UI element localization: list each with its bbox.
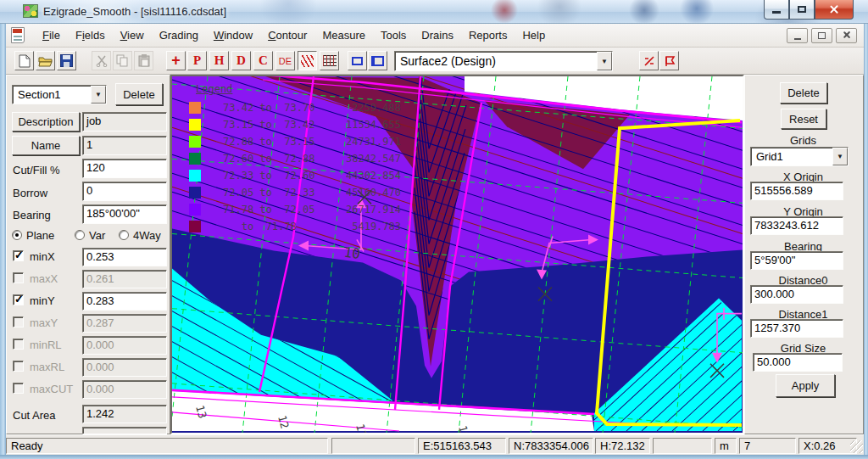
heights-button[interactable]: H: [209, 51, 229, 70]
open-file-button[interactable]: [36, 51, 55, 70]
close-icon: [829, 4, 839, 14]
design-button[interactable]: D: [231, 51, 251, 70]
hatch-toggle-button[interactable]: [298, 51, 317, 70]
copy-button[interactable]: [113, 51, 132, 70]
grid-panel: Delete Reset Grids Grid1 ▼ X Origin 5155…: [744, 75, 864, 434]
var-radio[interactable]: [75, 230, 85, 240]
c-letter-icon: C: [259, 53, 268, 68]
grid-size-field[interactable]: 50.000: [753, 353, 843, 372]
distance0-field[interactable]: 300.000: [750, 285, 843, 304]
save-floppy-icon: [60, 54, 73, 67]
miny-label: minY: [30, 294, 55, 307]
cutfill-field[interactable]: 120: [82, 159, 167, 178]
flag-icon: [664, 55, 676, 67]
menu-file[interactable]: File: [35, 25, 68, 45]
plane-radio[interactable]: [12, 230, 22, 240]
mdi-close-button[interactable]: [836, 28, 857, 43]
slope-tool-button[interactable]: [639, 51, 659, 70]
maxx-checkbox[interactable]: [13, 272, 24, 283]
open-folder-icon: [38, 55, 53, 67]
surface-dropdown-arrow[interactable]: ▼: [597, 52, 612, 70]
status-bar: Ready E:515163.543 N:7833354.006 H:72.13…: [6, 434, 864, 455]
save-button[interactable]: [57, 51, 76, 70]
grid-dropdown-arrow[interactable]: ▼: [832, 148, 848, 165]
de-letters-icon: DE: [279, 56, 292, 66]
apply-button[interactable]: Apply: [776, 374, 835, 397]
section-delete-button[interactable]: Delete: [115, 83, 163, 105]
miny-checkbox[interactable]: [13, 294, 24, 305]
mdi-minimize-button[interactable]: [787, 28, 808, 43]
cut-area-label: Cut Area: [13, 409, 56, 422]
minimize-button[interactable]: [764, 0, 789, 20]
window-border-bottom: [0, 455, 868, 459]
status-units: m: [715, 438, 737, 454]
mdi-close-icon: [842, 31, 852, 41]
close-button[interactable]: [815, 0, 854, 20]
distance1-field[interactable]: 1257.370: [750, 319, 843, 338]
maxy-checkbox[interactable]: [13, 316, 24, 327]
add-point-button[interactable]: +: [166, 51, 186, 70]
borrow-label: Borrow: [13, 187, 47, 199]
paste-clipboard-icon: [138, 54, 150, 67]
d-letter-icon: D: [236, 53, 246, 68]
blue-rect-icon: [352, 57, 363, 65]
zoom-window-button[interactable]: [348, 51, 367, 70]
menu-tools[interactable]: Tools: [373, 25, 414, 45]
menu-grading[interactable]: Grading: [152, 25, 206, 45]
de-button[interactable]: DE: [275, 51, 295, 70]
menu-drains[interactable]: Drains: [414, 25, 461, 45]
miny-field[interactable]: 0.283: [82, 292, 167, 311]
pan-window-button[interactable]: [368, 51, 387, 70]
grid-icon: [323, 55, 337, 66]
menu-help[interactable]: Help: [515, 25, 553, 45]
menu-reports[interactable]: Reports: [461, 25, 515, 45]
map-viewport[interactable]: 13 12 11 10 10 Legend 73.42 to 73.702259…: [170, 75, 744, 434]
maximize-button[interactable]: [789, 0, 815, 20]
x-origin-field[interactable]: 515556.589: [750, 182, 843, 200]
new-file-button[interactable]: [14, 51, 34, 70]
percent-slash-icon: [643, 55, 655, 67]
grid-bearing-field[interactable]: 5°59'00": [750, 251, 843, 270]
grid-delete-button[interactable]: Delete: [780, 82, 827, 104]
status-blank-1: [331, 438, 415, 454]
status-northing: N:7833354.006: [509, 438, 593, 454]
menu-measure[interactable]: Measure: [314, 25, 373, 45]
mdi-restore-button[interactable]: [811, 28, 832, 43]
bearing-field[interactable]: 185°00'00": [82, 204, 167, 224]
name-button[interactable]: Name: [12, 136, 80, 155]
menu-view[interactable]: View: [113, 25, 152, 45]
points-button[interactable]: P: [187, 51, 207, 70]
description-button[interactable]: Description: [12, 112, 80, 132]
grid-select[interactable]: Grid1 ▼: [750, 147, 849, 166]
menu-fields[interactable]: Fields: [68, 25, 113, 45]
section-select[interactable]: Section1 ▼: [12, 85, 107, 104]
y-origin-field[interactable]: 7833243.612: [750, 216, 843, 235]
maxx-label: maxX: [30, 272, 58, 285]
menu-window[interactable]: Window: [206, 25, 260, 45]
contour-button[interactable]: C: [253, 51, 273, 70]
surface-selected-value: Surface2 (Design): [395, 54, 597, 68]
grid-reset-button[interactable]: Reset: [781, 109, 826, 129]
4way-radio[interactable]: [119, 230, 129, 240]
section-selected-value: Section1: [13, 88, 91, 101]
description-field[interactable]: job: [82, 112, 167, 132]
minrl-checkbox[interactable]: [13, 339, 24, 350]
cut-button[interactable]: [92, 51, 111, 70]
menu-contour[interactable]: Contour: [260, 25, 314, 45]
paste-button[interactable]: [134, 51, 153, 70]
contour-map[interactable]: 13 12 11 10 10: [172, 76, 743, 433]
grid-toggle-button[interactable]: [320, 51, 339, 70]
surface-select[interactable]: Surface2 (Design) ▼: [394, 51, 613, 71]
minx-checkbox[interactable]: [13, 250, 24, 261]
name-field[interactable]: 1: [82, 136, 167, 155]
flag-tool-button[interactable]: [659, 51, 679, 70]
copy-icon: [116, 54, 129, 67]
minx-field[interactable]: 0.253: [82, 248, 167, 266]
maxcut-checkbox[interactable]: [13, 383, 24, 394]
maximize-icon: [798, 6, 806, 13]
section-dropdown-arrow[interactable]: ▼: [91, 86, 106, 104]
borrow-field[interactable]: 0: [82, 182, 167, 201]
maxrl-checkbox[interactable]: [13, 361, 24, 372]
resize-grip[interactable]: [850, 440, 863, 453]
cutfill-label: Cut/Fill %: [13, 164, 60, 176]
